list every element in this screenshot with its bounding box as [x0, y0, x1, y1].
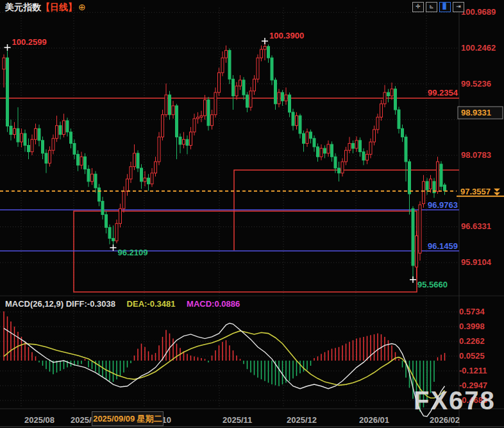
candlestick: [362, 152, 365, 160]
crosshair-date-tooltip: 2025/09/09 星期二: [92, 411, 164, 426]
candlestick: [267, 46, 270, 58]
candlestick: [169, 95, 171, 115]
candlestick: [35, 128, 37, 139]
macd-axis-label: 0.5734: [459, 307, 485, 316]
extreme-cross-marker: [410, 277, 416, 283]
candlestick: [383, 92, 386, 104]
candlestick: [13, 128, 16, 134]
macd-hist-value: MACD:0.0886: [187, 299, 240, 309]
candlestick: [165, 95, 167, 115]
candlestick: [66, 121, 69, 132]
candlestick: [101, 201, 104, 215]
candlestick: [426, 182, 428, 190]
last-price-label: 97.3557: [460, 187, 491, 196]
candlestick: [218, 73, 221, 92]
candlestick: [394, 89, 397, 110]
candlestick: [412, 209, 414, 266]
candlestick: [380, 104, 383, 117]
price-axis-label: 96.6331: [461, 221, 491, 231]
price-axis-label: 98.0783: [461, 150, 491, 160]
candlestick: [317, 147, 319, 157]
candlestick: [115, 223, 118, 241]
extreme-cross-marker: [4, 44, 11, 51]
price-marker-icon[interactable]: [494, 189, 500, 196]
high-price-annotation: 100.3900: [269, 31, 304, 40]
candlestick: [190, 132, 192, 146]
candlestick: [24, 133, 26, 145]
candlestick: [391, 89, 393, 96]
candlestick: [49, 150, 51, 163]
axis-scale-icon[interactable]: ⊾: [426, 2, 437, 12]
support-line-label: 96.9763: [428, 200, 458, 210]
candlestick: [366, 154, 369, 160]
collapse-panel-icon[interactable]: ⇥: [453, 2, 464, 12]
candlestick: [430, 179, 432, 189]
candlestick: [119, 209, 122, 223]
candlestick: [122, 191, 125, 209]
candlestick: [232, 79, 235, 96]
candlestick: [6, 58, 9, 126]
candle-mode-icon[interactable]: ▊: [439, 2, 451, 12]
candlestick: [296, 116, 298, 125]
add-indicator-icon[interactable]: ⊕: [78, 2, 86, 12]
date-axis-label: 2026/02: [430, 415, 460, 425]
candlestick: [256, 58, 259, 79]
macd-params-diff: MACD(26,12,9) DIFF:-0.3038: [5, 299, 115, 309]
candlestick: [179, 137, 181, 144]
candlestick: [437, 162, 439, 191]
candlestick: [299, 116, 301, 133]
candlestick: [21, 133, 23, 142]
macd-axis-label: 0.2262: [459, 336, 485, 346]
candlestick: [155, 162, 157, 173]
candlestick: [17, 128, 19, 142]
chart-toolbar: ✛ ⊾ ▊ ⇥: [412, 2, 464, 12]
candlestick: [56, 126, 58, 139]
candlestick: [45, 153, 47, 163]
candlestick: [345, 150, 348, 162]
price-and-macd-chart[interactable]: 99.235496.976396.145997.355798.9331100.9…: [0, 0, 504, 428]
candlestick: [133, 153, 136, 167]
candlestick: [355, 141, 358, 148]
alert-price-label: 98.9331: [461, 108, 491, 117]
candlestick: [105, 214, 108, 227]
low-price-annotation: 95.5660: [417, 280, 448, 289]
extreme-cross-marker: [110, 244, 117, 251]
candlestick: [204, 100, 206, 116]
candlestick: [183, 139, 185, 144]
candlestick: [444, 185, 446, 191]
candlestick: [327, 144, 330, 153]
candlestick: [225, 51, 228, 58]
candlestick: [303, 133, 305, 143]
date-axis-label: 2025/08: [24, 415, 55, 425]
candlestick: [10, 126, 12, 134]
candlestick: [94, 174, 97, 188]
candlestick: [112, 238, 115, 241]
candlestick: [249, 91, 252, 107]
candlestick: [176, 106, 178, 137]
candlestick: [214, 92, 217, 115]
date-axis-label: 2025/12: [287, 415, 317, 425]
high-price-annotation: 100.2599: [12, 37, 47, 47]
fx678-watermark: FX678: [414, 388, 496, 413]
candlestick: [38, 128, 40, 140]
pan-tool-icon[interactable]: ✛: [412, 2, 424, 12]
candlestick: [52, 139, 55, 150]
candlestick: [306, 132, 308, 144]
candlestick: [289, 95, 291, 112]
candlestick: [98, 188, 101, 201]
candlestick: [147, 178, 150, 184]
resistance-line-label: 99.2354: [428, 88, 458, 98]
price-axis-label: 95.9104: [461, 257, 492, 267]
candlestick: [373, 130, 376, 142]
macd-indicator-header: MACD(26,12,9) DIFF:-0.3038 DEA:-0.3481 M…: [5, 299, 240, 309]
candlestick: [408, 162, 411, 194]
candlestick: [228, 51, 231, 80]
macd-dea-value: DEA:-0.3481: [127, 299, 176, 309]
date-axis-label: 2025/11: [223, 415, 252, 425]
candlestick: [352, 143, 355, 148]
candlestick: [278, 92, 280, 104]
candlestick: [285, 95, 287, 101]
candlestick: [271, 58, 273, 80]
symbol-name: 美元指数: [5, 2, 41, 12]
candlestick: [42, 141, 44, 153]
